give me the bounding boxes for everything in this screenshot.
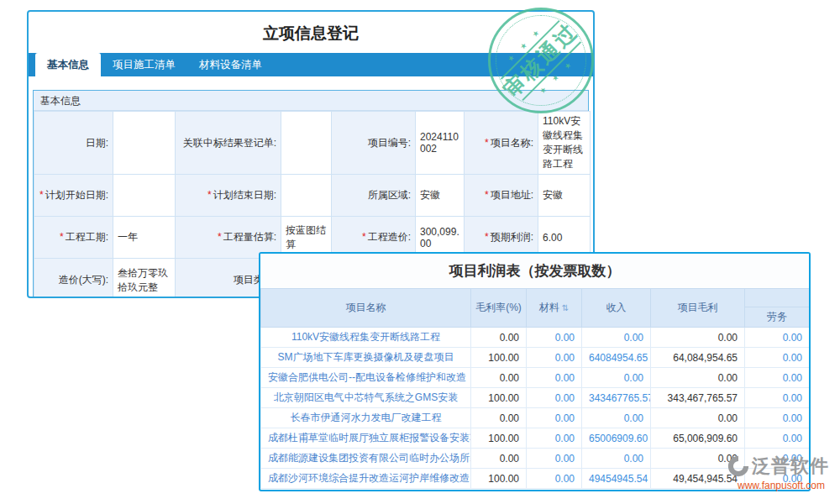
labor-value[interactable]: 0.00 [745,368,810,388]
gross-margin-value: 0.00 [471,449,527,469]
income-value[interactable]: 0.00 [582,449,651,469]
profit-window: 项目利润表（按发票取数） 项目名称 毛利率(%) 材料⇅ 收入 项目毛利 劳务 [259,252,811,491]
project-gross-value: 0.00 [651,449,745,469]
field-label: 关联中标结果登记单: [176,112,281,175]
required-asterisk: * [60,231,64,243]
income-value[interactable]: 0.00 [582,328,651,348]
labor-header-spacer [745,289,809,307]
field-label: 所属区域: [332,175,416,217]
labor-value[interactable]: 0.00 [745,428,810,449]
income-value[interactable]: 49454945.54 [582,469,651,489]
project-gross-value: 49,454,945.54 [651,469,745,489]
column-header-project-gross: 项目毛利 [651,289,745,328]
table-row: SM广场地下车库更换摄像机及硬盘项目100.000.0064084954.656… [261,348,810,368]
gross-margin-value: 100.00 [471,428,527,449]
field-label: *计划开始日期: [34,175,113,217]
income-value[interactable]: 0.00 [582,408,651,428]
material-value[interactable]: 0.00 [527,469,582,489]
required-asterisk: * [362,231,366,243]
project-name-link[interactable]: SM广场地下车库更换摄像机及硬盘项目 [261,348,471,368]
profit-rows: 110kV安徽线程集变开断线路工程0.000.000.000.000.00SM广… [261,328,810,489]
income-value[interactable]: 0.00 [582,368,651,388]
page-title: 立项信息登记 [29,21,593,48]
column-header-project-name: 项目名称 [261,289,471,328]
section-title: 基本信息 [34,91,588,111]
field-value[interactable] [113,112,176,175]
project-gross-value: 65,006,909.60 [651,428,745,449]
gross-margin-value: 0.00 [471,408,527,428]
tab-bar: 基本信息项目施工清单材料设备清单 [29,53,593,76]
profit-header-row: 项目名称 毛利率(%) 材料⇅ 收入 项目毛利 劳务 [261,289,810,328]
required-asterisk: * [39,189,44,201]
required-asterisk: * [218,231,222,243]
project-gross-value: 343,467,765.57 [651,388,745,408]
income-value[interactable]: 64084954.65 [582,348,651,368]
field-value[interactable]: 110kV安徽线程集变开断线路工程 [538,112,591,175]
project-name-link[interactable]: 北京朝阳区电气中芯特气系统之GMS安装 [261,388,471,408]
material-value[interactable]: 0.00 [527,428,582,449]
field-value[interactable]: 安徽 [416,175,465,217]
project-name-link[interactable]: 110kV安徽线程集变开断线路工程 [261,328,471,348]
project-name-link[interactable]: 成都沙河环境综合提升改造运河护岸维修改造 [261,469,471,489]
page: 立项信息登记 基本信息项目施工清单材料设备清单 基本信息 日期:关联中标结果登记… [0,0,840,504]
field-value[interactable] [281,175,332,217]
sort-icon[interactable]: ⇅ [562,303,569,312]
material-value[interactable]: 0.00 [527,328,582,348]
labor-header-label: 劳务 [745,307,809,327]
field-label: 造价(大写): [34,259,113,299]
field-value[interactable]: 一年 [113,217,176,259]
field-label: *项目地址: [465,175,538,217]
material-value[interactable]: 0.00 [527,348,582,368]
labor-value[interactable]: 0.00 [745,348,810,368]
labor-value[interactable]: 0.00 [745,388,810,408]
required-asterisk: * [485,231,489,243]
project-gross-value: 0.00 [651,328,745,348]
income-value[interactable]: 343467765.57 [582,388,651,408]
tab-item[interactable]: 项目施工清单 [101,53,187,76]
gross-margin-value: 100.00 [471,469,527,489]
table-row: 成都能源建设集团投资有限公司临时办公场所装修改0.000.000.000.000… [261,449,810,469]
column-header-gross-margin: 毛利率(%) [471,289,527,328]
material-value[interactable]: 0.00 [527,388,582,408]
column-header-labor: 劳务 [745,289,810,328]
field-value[interactable] [281,112,332,175]
field-value[interactable]: 安徽 [538,175,591,217]
field-label: *计划结束日期: [176,175,281,217]
field-value[interactable]: 叁拾万零玖拾玖元整 [113,259,176,299]
project-gross-value: 0.00 [651,408,745,428]
project-name-link[interactable]: 成都能源建设集团投资有限公司临时办公场所装修改 [261,449,471,469]
project-gross-value: 0.00 [651,368,745,388]
tab-item[interactable]: 材料设备清单 [187,53,274,76]
gross-margin-value: 100.00 [471,348,527,368]
tab-active[interactable]: 基本信息 [35,53,101,76]
material-value[interactable]: 0.00 [527,449,582,469]
material-value[interactable]: 0.00 [527,408,582,428]
labor-value[interactable]: 0.00 [745,328,810,348]
income-value[interactable]: 65006909.60 [582,428,651,449]
project-name-link[interactable]: 成都杜甫草堂临时展厅独立展柜报警设备安装项目 [261,428,471,449]
field-label: 项目编号: [332,112,416,175]
gross-margin-value: 100.00 [471,388,527,408]
labor-value[interactable]: 0.00 [745,469,810,489]
material-value[interactable]: 0.00 [527,368,582,388]
column-header-material[interactable]: 材料⇅ [527,289,582,328]
required-asterisk: * [207,189,212,201]
form-row: 日期:关联中标结果登记单:项目编号:2024110002*项目名称:110kV安… [34,112,591,175]
table-row: 北京朝阳区电气中芯特气系统之GMS安装100.000.00343467765.5… [261,388,810,408]
labor-value[interactable]: 0.00 [745,408,810,428]
table-row: 长春市伊通河水力发电厂改建工程0.000.000.000.000.00 [261,408,810,428]
field-label: 日期: [34,112,113,175]
labor-value[interactable]: 0.00 [745,449,810,469]
field-value[interactable]: 2024110002 [416,112,465,175]
project-name-link[interactable]: 安徽合肥供电公司--配电设备检修维护和改造 [261,368,471,388]
profit-table-title: 项目利润表（按发票取数） [260,254,809,288]
form-row: *计划开始日期:*计划结束日期:所属区域:安徽*项目地址:安徽 [34,175,591,217]
required-asterisk: * [485,137,489,149]
table-row: 110kV安徽线程集变开断线路工程0.000.000.000.000.00 [261,328,810,348]
field-label: *工程工期: [34,217,113,259]
field-value[interactable] [113,175,176,217]
required-asterisk: * [485,189,489,201]
project-name-link[interactable]: 长春市伊通河水力发电厂改建工程 [261,408,471,428]
column-header-material-label: 材料 [539,302,559,313]
table-row: 成都沙河环境综合提升改造运河护岸维修改造100.000.0049454945.5… [261,469,810,489]
